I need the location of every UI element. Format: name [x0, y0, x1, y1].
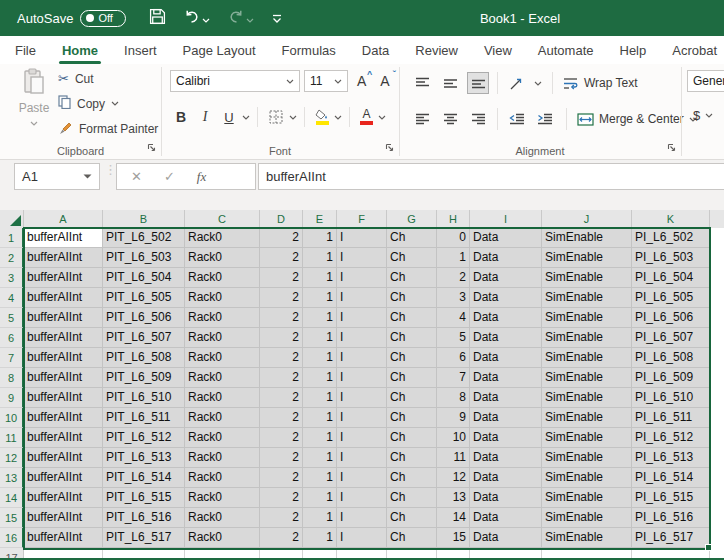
cell-sliver[interactable] — [710, 228, 724, 248]
cancel-icon[interactable]: ✕ — [131, 169, 142, 184]
cell[interactable]: SimEnable — [542, 328, 632, 348]
cell[interactable]: 10 — [437, 428, 470, 448]
cell[interactable]: 1 — [303, 488, 337, 508]
cell[interactable]: I — [337, 348, 387, 368]
cell[interactable]: SimEnable — [542, 288, 632, 308]
shrink-font-button[interactable]: Aˇ — [375, 73, 394, 89]
cell[interactable]: 14 — [437, 508, 470, 528]
underline-button[interactable]: U — [218, 106, 240, 128]
column-header-j[interactable]: J — [542, 210, 632, 228]
copy-button[interactable]: Copy — [58, 91, 158, 116]
cell[interactable]: SimEnable — [542, 348, 632, 368]
tab-help[interactable]: Help — [607, 36, 660, 64]
cell[interactable]: PIT_L6_507 — [103, 328, 185, 348]
cell[interactable]: 4 — [437, 308, 470, 328]
cell[interactable]: PIT_L6_513 — [103, 448, 185, 468]
cell[interactable]: Rack0 — [185, 308, 260, 328]
cell[interactable]: PI_L6_517 — [632, 528, 710, 548]
font-color-chevron-icon[interactable] — [378, 115, 386, 120]
orientation-chevron-icon[interactable] — [534, 81, 542, 86]
clipboard-dialog-launcher[interactable] — [147, 141, 156, 155]
cell[interactable]: 2 — [260, 488, 303, 508]
cell[interactable]: PIT_L6_512 — [103, 428, 185, 448]
cell[interactable]: 8 — [437, 388, 470, 408]
cell[interactable]: 2 — [260, 288, 303, 308]
cell[interactable]: bufferAIInt — [24, 508, 103, 528]
cell[interactable]: 12 — [437, 468, 470, 488]
cell[interactable]: I — [337, 308, 387, 328]
cell[interactable]: 5 — [437, 328, 470, 348]
bold-button[interactable]: B — [170, 106, 192, 128]
cell[interactable]: I — [337, 388, 387, 408]
cell[interactable]: 2 — [260, 388, 303, 408]
cell[interactable]: 1 — [303, 448, 337, 468]
cell[interactable]: I — [337, 268, 387, 288]
borders-chevron-icon[interactable] — [289, 115, 297, 120]
cell[interactable]: Ch — [387, 508, 437, 528]
row-header[interactable]: 2 — [0, 248, 24, 268]
cell[interactable]: 1 — [303, 408, 337, 428]
grow-font-button[interactable]: A^ — [352, 73, 371, 89]
cell[interactable]: PI_L6_502 — [632, 228, 710, 248]
cell[interactable]: 2 — [260, 408, 303, 428]
cell[interactable]: Rack0 — [185, 368, 260, 388]
tab-file[interactable]: File — [2, 36, 49, 64]
customize-qat-button[interactable] — [263, 0, 291, 36]
cell[interactable]: Data — [470, 348, 542, 368]
cell[interactable]: bufferAIInt — [24, 288, 103, 308]
cell[interactable]: Ch — [387, 368, 437, 388]
cell-sliver[interactable] — [710, 448, 724, 468]
cell[interactable]: bufferAIInt — [24, 248, 103, 268]
tab-home[interactable]: Home — [49, 36, 111, 64]
cell[interactable]: 2 — [260, 328, 303, 348]
cell[interactable]: SimEnable — [542, 388, 632, 408]
cell[interactable]: SimEnable — [542, 528, 632, 548]
cell[interactable]: bufferAIInt — [24, 228, 103, 248]
cell[interactable]: I — [337, 408, 387, 428]
cell[interactable]: PI_L6_506 — [632, 308, 710, 328]
cell[interactable]: Data — [470, 408, 542, 428]
tab-data[interactable]: Data — [349, 36, 402, 64]
cell[interactable]: PIT_L6_515 — [103, 488, 185, 508]
cell[interactable]: I — [337, 328, 387, 348]
cell[interactable]: Data — [470, 488, 542, 508]
cell[interactable]: 6 — [437, 348, 470, 368]
cell[interactable]: 2 — [260, 448, 303, 468]
cell-sliver[interactable] — [710, 508, 724, 528]
cell[interactable]: Data — [470, 288, 542, 308]
cell[interactable]: 2 — [260, 268, 303, 288]
cell-sliver[interactable] — [710, 288, 724, 308]
cell[interactable]: bufferAIInt — [24, 428, 103, 448]
cell[interactable]: bufferAIInt — [24, 528, 103, 548]
cell[interactable]: Rack0 — [185, 248, 260, 268]
cell[interactable]: PI_L6_505 — [632, 288, 710, 308]
cell[interactable]: PIT_L6_516 — [103, 508, 185, 528]
cell[interactable]: Data — [470, 248, 542, 268]
orientation-button[interactable] — [506, 72, 528, 94]
cell[interactable]: Rack0 — [185, 348, 260, 368]
cell[interactable]: Rack0 — [185, 268, 260, 288]
column-header-h[interactable]: H — [437, 210, 470, 228]
cell[interactable]: Rack0 — [185, 288, 260, 308]
autosave-toggle[interactable]: AutoSave Off — [17, 10, 126, 27]
cell-sliver[interactable] — [710, 368, 724, 388]
cell[interactable]: I — [337, 368, 387, 388]
cell[interactable]: bufferAIInt — [24, 368, 103, 388]
cell[interactable]: Data — [470, 308, 542, 328]
cell[interactable]: Data — [470, 388, 542, 408]
cell[interactable]: PI_L6_508 — [632, 348, 710, 368]
row-header[interactable]: 9 — [0, 388, 24, 408]
row-header[interactable]: 3 — [0, 268, 24, 288]
cell[interactable]: Data — [470, 428, 542, 448]
cell[interactable]: Data — [470, 228, 542, 248]
cell[interactable]: 1 — [303, 468, 337, 488]
cell[interactable]: 2 — [260, 308, 303, 328]
cell[interactable]: Ch — [387, 528, 437, 548]
cell[interactable]: 1 — [303, 368, 337, 388]
cell[interactable]: 2 — [260, 508, 303, 528]
cell[interactable]: 1 — [303, 268, 337, 288]
column-header-d[interactable]: D — [260, 210, 303, 228]
cell[interactable]: bufferAIInt — [24, 348, 103, 368]
row-header[interactable]: 7 — [0, 348, 24, 368]
insert-function-button[interactable]: fx — [197, 169, 206, 185]
